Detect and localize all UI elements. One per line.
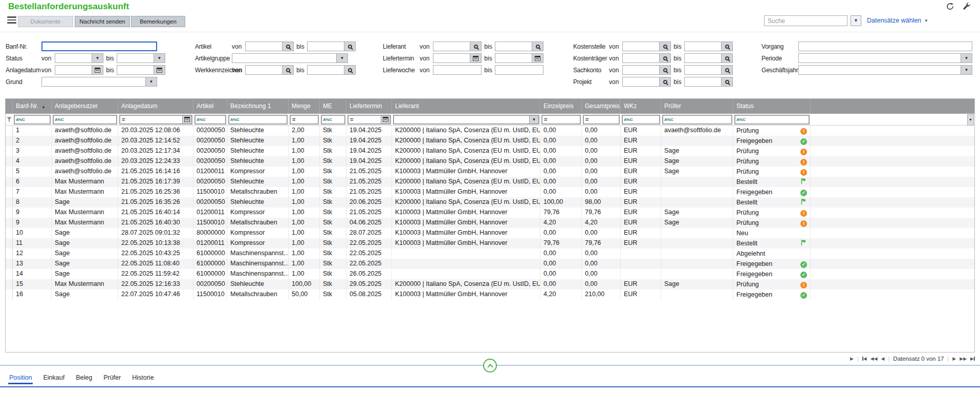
liefertermin-von-input[interactable] <box>433 53 482 63</box>
filter-input-lieferant[interactable]: ▼ <box>393 115 539 125</box>
table-row[interactable]: 10Sage28.07.2025 09:01:3280000000Kompres… <box>6 228 974 238</box>
artikel-bis-input[interactable] <box>307 42 356 51</box>
column-header-gesamtpreis[interactable]: Gesamtpreis <box>582 99 621 114</box>
bemerkungen-button[interactable]: Bemerkungen <box>131 16 185 27</box>
dropdown-button[interactable]: ▼ <box>961 54 972 63</box>
liefertermin-bis-input[interactable] <box>495 53 543 63</box>
calendar-icon[interactable] <box>532 54 543 63</box>
search-icon[interactable] <box>721 42 732 51</box>
column-header-wkz[interactable]: WKz <box>621 99 661 114</box>
row-selector[interactable] <box>6 269 13 279</box>
row-selector[interactable] <box>6 289 13 300</box>
column-header-lieferant[interactable]: Lieferant <box>392 99 540 114</box>
search-icon[interactable] <box>532 42 543 51</box>
table-row[interactable]: 9Max Mustermann21.05.2025 16:40:14012000… <box>6 208 974 218</box>
search-icon[interactable] <box>659 54 670 63</box>
geschäftsjahr-select[interactable]: ▼ <box>798 65 972 75</box>
column-header-menge[interactable]: Menge <box>289 99 320 114</box>
artikelgruppe-select[interactable]: ▼ <box>232 53 348 63</box>
projekt-von-input[interactable] <box>622 77 671 87</box>
filter-input-einzelpreis[interactable]: = <box>541 115 581 125</box>
kostenstelle-bis-input[interactable] <box>684 42 733 51</box>
goto-row-icon[interactable]: ▶ <box>850 356 854 361</box>
row-selector[interactable] <box>6 136 13 146</box>
periode-select[interactable]: ▼ <box>798 53 972 63</box>
search-icon[interactable] <box>470 42 481 51</box>
row-selector[interactable] <box>6 259 13 269</box>
column-header-einzelpreis[interactable]: Einzelpreis <box>540 99 582 114</box>
filter-input-anlagebenutzer[interactable]: A%C <box>53 115 117 125</box>
filter-input-me[interactable]: A%C <box>321 115 345 125</box>
lieferant-von-input[interactable] <box>433 42 482 51</box>
prev-page-icon[interactable]: ◀◀ <box>870 356 878 361</box>
search-icon[interactable] <box>282 42 293 51</box>
filter-input-liefertermin[interactable]: = <box>347 115 391 125</box>
row-selector[interactable] <box>6 208 13 218</box>
column-header-prüfer[interactable]: Prüfer <box>661 99 733 114</box>
filter-input-artikel[interactable]: A%C <box>194 115 226 125</box>
dokumente-button[interactable]: Dokumente <box>18 16 73 27</box>
filter-funnel-icon[interactable] <box>6 114 13 126</box>
dropdown-button[interactable]: ▼ <box>145 77 157 86</box>
filter-input-menge[interactable]: = <box>290 115 319 125</box>
werkkennzeichen-bis-input[interactable] <box>307 65 356 75</box>
wrench-icon[interactable] <box>963 2 971 11</box>
table-row[interactable]: 11Sage22.05.2025 10:13:3801200011Kompres… <box>6 238 974 248</box>
projekt-bis-input[interactable] <box>684 77 733 87</box>
artikel-von-input[interactable] <box>245 42 294 51</box>
search-icon[interactable] <box>659 42 670 51</box>
menu-icon[interactable] <box>7 16 16 24</box>
dropdown-button[interactable]: ▼ <box>529 116 538 123</box>
status-bis-input[interactable]: ▼ <box>117 53 165 63</box>
search-icon[interactable] <box>344 66 355 74</box>
banf-nr-input[interactable] <box>41 42 157 51</box>
column-header-me[interactable]: ME <box>320 99 346 114</box>
filter-input-anlagedatum[interactable]: = <box>119 115 192 125</box>
row-selector[interactable] <box>6 238 13 248</box>
table-row[interactable]: 6Max Mustermann21.05.2025 16:17:39002000… <box>6 177 974 187</box>
anlagedatum-von-input[interactable] <box>55 65 103 75</box>
row-selector[interactable] <box>6 228 13 238</box>
search-icon[interactable] <box>344 42 355 51</box>
table-row[interactable]: 16Sage22.07.2025 10:47:4611500010Metalls… <box>6 289 974 300</box>
column-header-banf-nr[interactable]: Banf-Nr.▲ <box>13 99 52 114</box>
status-von-input[interactable]: ▼ <box>55 53 103 63</box>
tab-einkauf[interactable]: Einkauf <box>42 372 66 384</box>
row-selector[interactable] <box>6 126 13 136</box>
search-input[interactable] <box>764 15 847 26</box>
search-icon[interactable] <box>721 66 732 74</box>
prev-record-icon[interactable]: ◀ <box>881 356 885 361</box>
table-row[interactable]: 4avaeth@softfolio.de20.03.2025 12:24:330… <box>6 156 974 167</box>
table-row[interactable]: 14Sage22.05.2025 11:59:4261000000Maschin… <box>6 269 974 279</box>
collapse-panel-button[interactable] <box>483 359 497 372</box>
tab-beleg[interactable]: Beleg <box>75 372 93 384</box>
filter-input-prüfer[interactable]: A%C <box>662 115 732 125</box>
next-record-icon[interactable]: ▶ <box>952 356 956 361</box>
sachkonto-bis-input[interactable] <box>684 65 733 75</box>
row-selector[interactable] <box>6 177 13 187</box>
search-icon[interactable] <box>659 77 670 86</box>
nachricht-senden-button[interactable]: Nachricht senden <box>75 16 130 27</box>
row-selector[interactable] <box>6 156 13 167</box>
column-header-anlagedatum[interactable]: Anlagedatum <box>118 99 193 114</box>
grid-scroll-button[interactable]: ▼ <box>967 114 974 126</box>
search-icon[interactable] <box>721 54 732 63</box>
refresh-icon[interactable] <box>946 2 954 11</box>
row-selector[interactable] <box>6 167 13 177</box>
next-page-icon[interactable]: ▶▶ <box>960 356 967 361</box>
lieferwoche-bis-input[interactable] <box>495 65 543 75</box>
row-selector[interactable] <box>6 218 13 228</box>
row-selector[interactable] <box>6 146 13 156</box>
table-row[interactable]: 15Max Mustermann22.05.2025 12:16:3300200… <box>6 279 974 289</box>
calendar-icon[interactable] <box>92 66 103 74</box>
calendar-icon[interactable] <box>182 116 191 123</box>
records-select-link[interactable]: Datensätze wählen <box>867 17 921 24</box>
calendar-icon[interactable] <box>381 116 390 123</box>
grund-select[interactable]: ▼ <box>41 77 157 87</box>
last-record-icon[interactable]: ▶ <box>970 356 975 361</box>
anlagedatum-bis-input[interactable] <box>117 65 165 75</box>
table-row[interactable]: 3avaeth@softfolio.de20.03.2025 12:17:340… <box>6 146 974 156</box>
filter-input-bezeichnung-1[interactable]: A%C <box>228 115 288 125</box>
lieferwoche-von-input[interactable] <box>433 65 482 75</box>
kostenträger-von-input[interactable] <box>622 53 671 63</box>
